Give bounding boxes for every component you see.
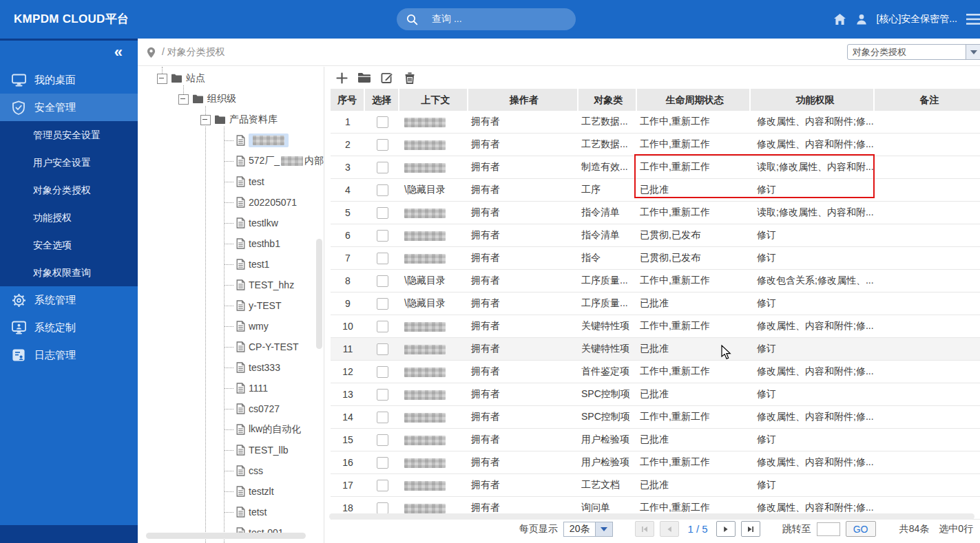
table-row[interactable]: 17拥有者工艺文档已批准修订: [331, 474, 980, 497]
column-header-0[interactable]: 序号: [331, 89, 365, 111]
sidebar-item-object-class-auth[interactable]: 对象分类授权: [0, 176, 138, 204]
tree-node-testzlt[interactable]: testzlt: [138, 481, 324, 502]
chevron-down-icon[interactable]: [966, 45, 980, 59]
tree-node-css[interactable]: css: [138, 460, 324, 481]
sidebar-collapse-button[interactable]: «: [114, 45, 123, 60]
row-checkbox[interactable]: [377, 434, 388, 446]
tree-node-202205071[interactable]: 202205071: [138, 192, 324, 213]
row-checkbox[interactable]: [377, 457, 388, 469]
row-checkbox[interactable]: [377, 389, 388, 401]
table-row[interactable]: 14拥有者SPC控制项工作中,重新工作修改属性、内容和附件;修...: [331, 406, 980, 429]
add-button[interactable]: [335, 71, 348, 85]
row-checkbox[interactable]: [377, 298, 388, 310]
table-row[interactable]: 7拥有者指令已贯彻,已发布修订: [331, 247, 980, 270]
tree-node-test_hhz[interactable]: TEST_hhz: [138, 275, 324, 295]
table-row[interactable]: 10拥有者关键特性项工作中,重新工作修改属性、内容和附件;修...: [331, 315, 980, 338]
table-row[interactable]: 11拥有者关键特性项已批准修订: [331, 338, 980, 361]
row-checkbox[interactable]: [377, 343, 388, 355]
sidebar-item-security-options[interactable]: 安全选项: [0, 231, 138, 259]
row-checkbox[interactable]: [377, 275, 388, 287]
menu-icon[interactable]: [966, 13, 980, 25]
tree-node-cp-y-test[interactable]: CP-Y-TEST: [138, 337, 324, 357]
table-row[interactable]: 12拥有者首件鉴定项工作中,重新工作修改属性、内容和附件;修...: [331, 361, 980, 383]
global-search-input[interactable]: 查询 ...: [397, 8, 576, 30]
row-checkbox[interactable]: [377, 480, 388, 491]
table-row[interactable]: 1拥有者工艺数据...工作中,重新工作修改属性、内容和附件;修...: [331, 111, 980, 134]
sidebar-item-security-mgmt[interactable]: 安全管理: [0, 94, 138, 121]
user-icon[interactable]: [855, 13, 868, 25]
table-row[interactable]: 2拥有者工艺数据...工作中,重新工作修改属性、内容和附件;修...: [331, 134, 980, 156]
tree-expand-toggle[interactable]: [200, 115, 211, 125]
column-header-6[interactable]: 功能权限: [751, 89, 875, 111]
tree-node-testhb1[interactable]: testhb1: [138, 233, 324, 254]
row-checkbox[interactable]: [377, 253, 388, 264]
row-checkbox[interactable]: [377, 207, 388, 219]
row-checkbox[interactable]: [377, 162, 388, 173]
view-select-dropdown[interactable]: 对象分类授权: [847, 44, 980, 60]
tree-node-1111[interactable]: 1111: [138, 378, 324, 398]
tree-expand-toggle[interactable]: [178, 94, 189, 105]
table-row[interactable]: 9\隐藏目录拥有者工序质量...已批准修订: [331, 292, 980, 315]
tree-node-572厂_[interactable]: 572厂_内部: [138, 151, 324, 171]
row-checkbox[interactable]: [377, 321, 388, 332]
table-row[interactable]: 6拥有者指令清单已贯彻,已发布修订: [331, 224, 980, 247]
column-header-5[interactable]: 生命周期状态: [637, 89, 751, 111]
trash-button[interactable]: [403, 71, 417, 85]
table-row[interactable]: 3拥有者制造有效...工作中,重新工作读取;修改属性、内容和附...: [331, 156, 980, 179]
table-row[interactable]: 4\隐藏目录拥有者工序已批准修订: [331, 179, 980, 202]
page-size-select[interactable]: 20条: [563, 522, 614, 537]
tree-node-testlkw[interactable]: testlkw: [138, 213, 324, 233]
tree-node-lkw的自动化[interactable]: lkw的自动化: [138, 419, 324, 440]
tree-node-tetst[interactable]: tetst: [138, 502, 324, 522]
tree-node-redacted[interactable]: [138, 130, 324, 151]
tree-node-y-test[interactable]: y-TEST: [138, 295, 324, 316]
table-row[interactable]: 13拥有者SPC控制项已批准修订: [331, 383, 980, 406]
column-header-1[interactable]: 选择: [365, 89, 399, 111]
tree-node-test1[interactable]: test1: [138, 254, 324, 275]
tree-node-产品资料库[interactable]: 产品资料库: [138, 109, 324, 130]
tree-node-cs0727[interactable]: cs0727: [138, 398, 324, 419]
table-row[interactable]: 15拥有者用户检验项已批准修订: [331, 429, 980, 451]
sidebar-item-object-perm-query[interactable]: 对象权限查询: [0, 259, 138, 286]
tree-node-test333[interactable]: test333: [138, 357, 324, 378]
sidebar-item-admin-security-settings[interactable]: 管理员安全设置: [0, 121, 138, 149]
row-checkbox[interactable]: [377, 139, 388, 151]
jump-page-input[interactable]: [817, 522, 840, 536]
row-checkbox[interactable]: [377, 502, 388, 514]
edit-button[interactable]: [380, 71, 394, 85]
row-checkbox[interactable]: [377, 230, 388, 242]
column-header-4[interactable]: 对象类: [578, 89, 637, 111]
table-row[interactable]: 5拥有者指令清单工作中,重新工作读取;修改属性、内容和附...: [331, 202, 980, 224]
prev-page-button[interactable]: [660, 521, 679, 537]
folder-button[interactable]: [357, 71, 371, 85]
tree-node-test_llb[interactable]: TEST_llb: [138, 440, 324, 460]
tree-vertical-scrollbar[interactable]: [316, 239, 322, 349]
row-checkbox[interactable]: [377, 116, 388, 128]
first-page-button[interactable]: [635, 521, 654, 537]
home-icon[interactable]: [833, 13, 846, 25]
tree-expand-toggle[interactable]: [157, 74, 167, 84]
column-header-3[interactable]: 操作者: [468, 89, 578, 111]
sidebar-item-my-desktop[interactable]: 我的桌面: [0, 66, 138, 94]
tree-node-test[interactable]: test: [138, 171, 324, 192]
last-page-button[interactable]: [741, 521, 760, 537]
row-checkbox[interactable]: [377, 184, 388, 196]
user-scope-label[interactable]: [核心]安全保密管...: [877, 13, 957, 25]
column-header-7[interactable]: 备注: [875, 89, 980, 111]
table-row[interactable]: 16拥有者用户检验项工作中,重新工作修改属性、内容和附件;修...: [331, 451, 980, 474]
row-checkbox[interactable]: [377, 412, 388, 423]
chevron-down-icon[interactable]: [595, 522, 612, 536]
sidebar-item-function-auth[interactable]: 功能授权: [0, 204, 138, 231]
next-page-button[interactable]: [716, 521, 736, 537]
row-checkbox[interactable]: [377, 366, 388, 378]
table-row[interactable]: 8\隐藏目录拥有者工序质量...工作中,重新工作修改包含关系;修改属性、...: [331, 270, 980, 292]
tree-horizontal-scrollbar[interactable]: [146, 533, 306, 539]
sidebar-item-log-mgmt[interactable]: 日志管理: [0, 341, 138, 369]
sidebar-item-system-custom[interactable]: 系统定制: [0, 314, 138, 341]
sidebar-item-user-security-settings[interactable]: 用户安全设置: [0, 149, 138, 176]
table-horizontal-scrollbar[interactable]: [329, 513, 974, 520]
tree-node-站点[interactable]: 站点: [138, 68, 324, 89]
column-header-2[interactable]: 上下文: [399, 89, 468, 111]
sidebar-item-system-mgmt[interactable]: 系统管理: [0, 286, 138, 314]
tree-node-组织级[interactable]: 组织级: [138, 89, 324, 109]
